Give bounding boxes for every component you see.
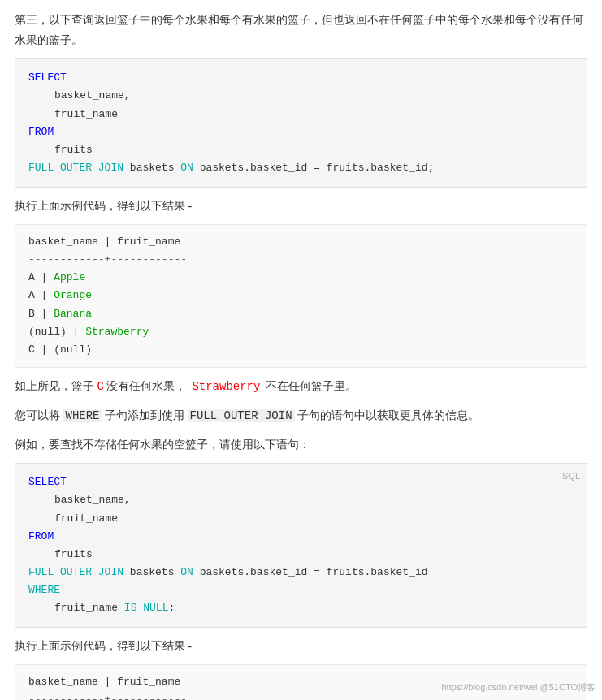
result-block-1: basket_name | fruit_name ------------+--… bbox=[15, 224, 587, 368]
code-line-fruit: fruit_name bbox=[28, 106, 574, 123]
result1-header: basket_name | fruit_name bbox=[28, 233, 574, 251]
result1-col2-3: Banana bbox=[54, 308, 92, 320]
result1-col2-1: Apple bbox=[54, 271, 85, 283]
result1-col1-1: A bbox=[28, 271, 41, 283]
code2-fruits: fruits bbox=[28, 546, 574, 564]
code2-where: WHERE bbox=[28, 581, 574, 599]
result1-row-5: C | (null) bbox=[28, 341, 574, 359]
code-line-fruits-1: fruits bbox=[28, 141, 574, 159]
code2-basket: basket_name, bbox=[28, 491, 574, 509]
exec-text-1-content: 执行上面示例代码，得到以下结果 - bbox=[15, 200, 192, 212]
note-text: 如上所见，篮子 C 没有任何水果， Strawberry 不在任何篮子里。 bbox=[15, 376, 587, 397]
result1-col1-3: B bbox=[28, 308, 41, 320]
code-line-join-1: FULL OUTER JOIN baskets ON baskets.baske… bbox=[28, 159, 574, 177]
result1-row-2: A | Orange bbox=[28, 287, 574, 305]
code2-null: fruit_name IS NULL; bbox=[28, 599, 574, 617]
result1-pipe-1: | bbox=[41, 271, 54, 283]
code-line-basket: basket_name, bbox=[28, 87, 574, 105]
watermark: https://blog.csdn.net/wei @51CTO博客 bbox=[442, 681, 596, 694]
example-text-content: 例如，要查找不存储任何水果的空篮子，请使用以下语句： bbox=[15, 439, 310, 451]
code2-fruit: fruit_name bbox=[28, 510, 574, 528]
result1-col2-4: Strawberry bbox=[85, 326, 149, 338]
result1-row-1: A | Apple bbox=[28, 269, 574, 287]
result1-pipe-5: | bbox=[41, 344, 54, 356]
where-text: 您可以将 WHERE 子句添加到使用 FULL OUTER JOIN 子句的语句… bbox=[15, 405, 587, 426]
result1-col1-4: (null) bbox=[28, 326, 73, 338]
code2-select: SELECT bbox=[28, 473, 574, 491]
code2-from: FROM bbox=[28, 528, 574, 546]
result1-separator: ------------+------------ bbox=[28, 251, 574, 269]
result1-pipe-2: | bbox=[41, 289, 54, 301]
code2-join: FULL OUTER JOIN baskets ON baskets.baske… bbox=[28, 564, 574, 581]
result1-pipe-4: | bbox=[73, 326, 86, 338]
note-strawberry: Strawberry bbox=[192, 380, 260, 393]
intro-text-content: 第三，以下查询返回篮子中的每个水果和每个有水果的篮子，但也返回不在任何篮子中的每… bbox=[15, 14, 583, 46]
where-keyword: WHERE bbox=[63, 409, 102, 422]
result1-pipe-3: | bbox=[41, 308, 54, 320]
example-text: 例如，要查找不存储任何水果的空篮子，请使用以下语句： bbox=[15, 434, 587, 455]
exec-text-2-content: 执行上面示例代码，得到以下结果 - bbox=[15, 640, 192, 652]
full-outer-join-keyword: FULL OUTER JOIN bbox=[188, 409, 295, 422]
sql-label: SQL bbox=[562, 469, 580, 484]
result1-col1-2: A bbox=[28, 289, 41, 301]
result1-col2-5: (null) bbox=[54, 344, 92, 356]
note-c: C bbox=[97, 380, 104, 393]
code-block-2: SQL SELECT basket_name, fruit_name FROM … bbox=[15, 463, 587, 628]
result1-col1-5: C bbox=[28, 344, 41, 356]
result1-col2-2: Orange bbox=[54, 289, 92, 301]
exec-text-2: 执行上面示例代码，得到以下结果 - bbox=[15, 636, 587, 656]
result1-row-3: B | Banana bbox=[28, 305, 574, 323]
code-block-1: SELECT basket_name, fruit_name FROM frui… bbox=[15, 58, 587, 188]
intro-text: 第三，以下查询返回篮子中的每个水果和每个有水果的篮子，但也返回不在任何篮子中的每… bbox=[15, 10, 587, 50]
code-line-select-1: SELECT bbox=[28, 69, 574, 87]
code-line-from-1: FROM bbox=[28, 123, 574, 141]
exec-text-1: 执行上面示例代码，得到以下结果 - bbox=[15, 196, 587, 216]
result1-row-4: (null) | Strawberry bbox=[28, 323, 574, 341]
